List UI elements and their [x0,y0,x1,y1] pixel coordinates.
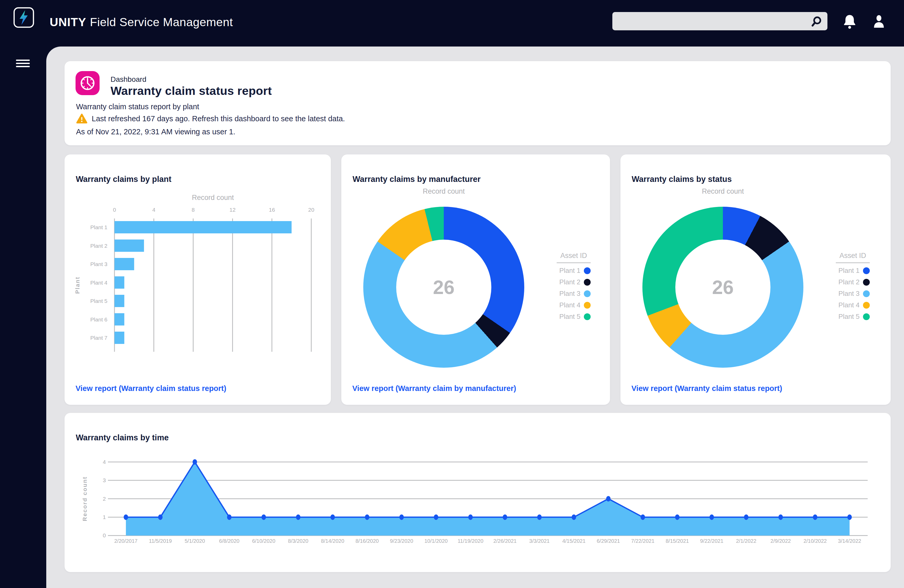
search-input[interactable] [612,12,827,30]
data-point-2-20-2017[interactable] [123,514,128,520]
brand-rest: Field Service Management [90,16,233,29]
data-point-9-22-2021[interactable] [710,514,714,520]
data-point-7-22-2021[interactable] [640,514,645,520]
legend-color-dot [863,290,870,297]
bar-plant-4[interactable] [114,277,125,289]
legend-label: Plant 5 [559,313,580,321]
legend-color-dot [863,279,870,286]
data-point-9-23-2020[interactable] [399,514,404,520]
axis-label: 4 [103,459,106,465]
legend-item-plant-5[interactable]: Plant 5 [557,313,591,321]
warranty-claims-by-status-card: Warranty claims by status Record count 2… [620,155,891,405]
legend-color-dot [863,267,870,274]
axis-label: 2/20/2017 [114,538,137,544]
data-point-11-19-2020[interactable] [468,514,473,520]
lightning-logo-icon [13,7,35,28]
legend-item-plant-5[interactable]: Plant 5 [836,313,870,321]
axis-label: Plant 2 [90,243,107,249]
legend-item-plant-1[interactable]: Plant 1 [836,267,870,275]
dashboard-header-card: Dashboard Warranty claim status report W… [65,61,891,145]
data-point-3-3-2021[interactable] [537,514,542,520]
data-point-2-1-2022[interactable] [744,514,749,520]
data-point-3-14-2022[interactable] [847,514,852,520]
bar-plant-2[interactable] [114,240,144,252]
bar-plant-5[interactable] [114,295,125,307]
legend-label: Plant 1 [559,267,580,275]
legend-color-dot [863,302,870,309]
dashboard-subtitle: Warranty claim status report by plant [76,103,199,111]
bar-plant-3[interactable] [114,258,134,270]
axis-label: 0 [103,532,106,538]
top-navbar: UNITY Field Service Management [0,0,904,46]
data-point-8-16-2020[interactable] [365,514,369,520]
data-point-8-14-2020[interactable] [330,514,335,520]
user-icon[interactable] [872,14,885,29]
bar-plant-1[interactable] [114,221,292,233]
view-report-link[interactable]: View report (Warranty claim by manufactu… [352,384,516,393]
legend-color-dot [584,302,591,309]
data-point-8-3-2020[interactable] [296,514,300,520]
data-point-11-5-2019[interactable] [158,514,163,520]
axis-label: 5/1/2020 [185,538,205,544]
axis-label: 0 [113,207,116,213]
axis-label: 1 [103,514,106,520]
legend-label: Plant 2 [838,278,860,286]
donut-legend: Asset IDPlant 1Plant 2Plant 3Plant 4Plan… [557,252,591,321]
axis-label: Record count [82,476,88,522]
bar-chart[interactable]: Record count048121620Plant 1Plant 2Plant… [65,188,326,360]
legend-title: Asset ID [557,252,591,263]
refresh-warning: Last refreshed 167 days ago. Refresh thi… [76,114,345,124]
app-logo[interactable] [13,7,35,28]
axis-label: 3 [103,477,106,483]
data-point-2-10-2022[interactable] [813,514,817,520]
trend-line [126,462,850,517]
data-point-6-29-2021[interactable] [606,496,610,501]
search-box[interactable] [612,12,827,30]
axis-label: 3/14/2022 [838,538,861,544]
card-title: Warranty claims by plant [76,175,171,184]
data-point-2-9-2022[interactable] [779,514,783,520]
legend-item-plant-3[interactable]: Plant 3 [557,289,591,298]
data-point-10-1-2020[interactable] [434,514,438,520]
axis-label: Plant 1 [90,224,107,230]
legend-item-plant-2[interactable]: Plant 2 [557,278,591,286]
data-point-6-8-2020[interactable] [227,514,232,520]
value-axis-label: Record count [671,187,775,196]
donut-chart-block: Record count 26 Asset IDPlant 1Plant 2Pl… [341,155,610,405]
bar-plant-7[interactable] [114,332,125,344]
legend-item-plant-1[interactable]: Plant 1 [557,267,591,275]
warning-text: Last refreshed 167 days ago. Refresh thi… [92,114,345,123]
legend-item-plant-4[interactable]: Plant 4 [557,301,591,309]
axis-label: Plant 6 [90,316,107,322]
legend-item-plant-3[interactable]: Plant 3 [836,289,870,298]
axis-label: 8/16/2020 [356,538,379,544]
legend-color-dot [584,279,591,286]
breadcrumb: Dashboard [111,75,146,84]
card-title: Warranty claims by time [76,433,169,443]
data-point-8-15-2021[interactable] [675,514,680,520]
legend-item-plant-2[interactable]: Plant 2 [836,278,870,286]
axis-label: Record count [192,194,234,201]
brand-bold: UNITY [50,16,86,29]
axis-label: 4/15/2021 [562,538,585,544]
search-icon[interactable] [811,16,822,27]
data-point-5-1-2020[interactable] [193,459,197,465]
dashboard-clock-icon [76,71,100,95]
view-report-link[interactable]: View report (Warranty claim status repor… [631,384,782,393]
donut-total-count: 26 [396,240,492,335]
view-report-link[interactable]: View report (Warranty claim status repor… [76,384,226,393]
app-screen: UNITY Field Service Management [0,0,904,588]
area-chart[interactable]: 012342/20/201711/5/20195/1/20206/8/20206… [65,444,890,567]
axis-label: 2/9/2022 [770,538,791,544]
legend-label: Plant 4 [838,301,860,309]
data-point-6-10-2020[interactable] [262,514,266,520]
axis-label: Plant 5 [90,298,107,304]
legend-label: Plant 5 [838,313,860,321]
bell-icon[interactable] [843,14,856,29]
data-point-2-26-2021[interactable] [503,514,507,520]
bar-plant-6[interactable] [114,313,125,326]
menu-hamburger-icon[interactable] [16,60,30,69]
legend-item-plant-4[interactable]: Plant 4 [836,301,870,309]
data-point-4-15-2021[interactable] [572,514,576,520]
axis-label: 2/1/2022 [736,538,756,544]
